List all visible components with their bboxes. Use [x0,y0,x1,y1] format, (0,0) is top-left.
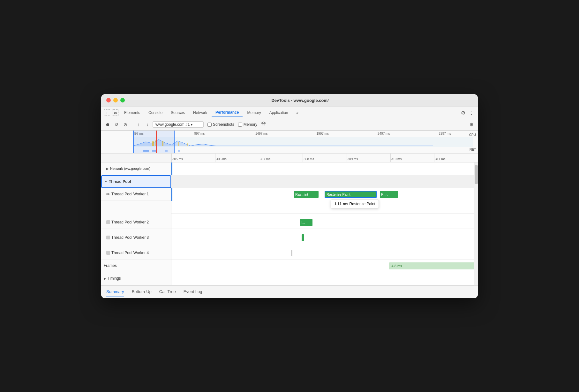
canvas-row-worker3 [171,231,478,244]
thread-pool-expand-icon[interactable]: ▼ [104,180,108,183]
canvas-row-worker2: I... [171,216,478,229]
download-button[interactable]: ↓ [144,121,151,128]
worker1-indicator [171,188,172,201]
tab-call-tree[interactable]: Call Tree [159,287,176,297]
window-title: DevTools - www.google.com/ [127,98,473,103]
ms-ruler: 305 ms 306 ms 307 ms 308 ms 309 ms 310 m… [171,154,478,162]
memory-label: Memory [244,122,257,127]
device-icon[interactable]: ▭ [112,109,118,116]
record-button[interactable]: ⏺ [104,121,111,128]
track-label-worker1: ✏ Thread Pool Worker 1 [101,188,171,201]
performance-toolbar: ⏺ ↺ ⊘ ↑ ↓ www.google.com #1 ▾ Screenshot… [101,119,478,131]
track-area: ▶ Network (ww.google.com) ▼ Thread Pool … [101,154,478,285]
worker3-icon [106,236,110,239]
main-tabs-bar: ⊹ ▭ Elements Console Sources Network Per… [101,107,478,119]
minimize-button[interactable] [113,98,118,102]
svg-rect-4 [187,143,188,146]
screenshots-checkbox-label[interactable]: Screenshots [207,122,234,127]
ms-tick-4: 309 ms [347,154,358,162]
track-labels: ▶ Network (ww.google.com) ▼ Thread Pool … [101,154,171,285]
ms-tick-5: 310 ms [390,154,402,162]
ms-tick-0: 305 ms [171,154,183,162]
bottom-tabs: Summary Bottom-Up Call Tree Event Log [101,285,478,298]
tab-elements[interactable]: Elements [120,109,144,117]
svg-rect-8 [178,150,180,152]
ms-tick-2: 307 ms [259,154,270,162]
canvas-tracks: Ras...int Rasterize Paint R...t [171,162,478,285]
ruler-tick-4: 2497 ms [378,132,390,135]
clear-button[interactable]: ⊘ [122,121,129,128]
url-selector[interactable]: www.google.com #1 ▾ [153,121,204,128]
memory-checkbox[interactable] [238,123,242,127]
ms-tick-1: 306 ms [215,154,227,162]
timeline-overview[interactable]: CPU NET 497 ms 997 ms 1497 ms 1997 ms 24… [101,131,478,154]
tab-network[interactable]: Network [189,109,211,117]
track-label-timings[interactable]: ▶ Timings [101,272,171,285]
canvas-row-worker4 [171,247,478,260]
tab-console[interactable]: Console [145,109,166,117]
selection-highlight [133,131,175,153]
screenshots-label: Screenshots [213,122,234,127]
network-label: Network (ww.google.com) [110,167,150,170]
net-chart [133,148,473,151]
url-selector-value: www.google.com #1 [155,122,190,127]
tab-summary[interactable]: Summary [106,287,124,297]
overview-ruler: 497 ms 997 ms 1497 ms 1997 ms 2497 ms 29… [133,132,473,137]
close-button[interactable] [106,98,111,102]
ruler-tick-5: 2997 ms [439,132,451,135]
cursor-icon[interactable]: ⊹ [104,109,110,116]
worker4-label: Thread Pool Worker 4 [111,251,149,255]
ruler-tick-2: 1497 ms [255,132,267,135]
worker1-spacer [101,201,171,216]
tab-memory[interactable]: Memory [243,109,265,117]
canvas-row-worker1: Ras...int Rasterize Paint R...t [171,188,478,214]
task-worker3[interactable] [302,234,304,241]
tab-performance[interactable]: Performance [212,108,243,117]
screenshots-checkbox[interactable] [207,123,212,127]
worker1-label: Thread Pool Worker 1 [111,192,149,196]
tab-application[interactable]: Application [266,109,292,117]
scrollbar-thumb[interactable] [475,165,478,184]
network-indicator [171,162,172,175]
settings-icon[interactable]: ⚙ [468,121,475,128]
track-label-network[interactable]: ▶ Network (ww.google.com) [101,162,171,175]
checkbox-group: Screenshots Memory 🏛 [207,122,266,127]
detail-area: ▶ Network (ww.google.com) ▼ Thread Pool … [101,154,478,285]
ruler-tick-3: 1997 ms [317,132,329,135]
track-label-worker3: Thread Pool Worker 3 [101,231,171,244]
tab-sources[interactable]: Sources [167,109,189,117]
devtools-settings-icon[interactable]: ⚙ [459,109,467,117]
vertical-scrollbar[interactable] [474,162,478,285]
frames-label: Frames [104,263,117,268]
track-label-thread-pool[interactable]: ▼ Thread Pool [101,175,171,188]
devtools-window: DevTools - www.google.com/ ⊹ ▭ Elements … [101,94,478,298]
task-rasterize-paint[interactable]: Rasterize Paint [325,191,377,198]
tab-event-log[interactable]: Event Log [184,287,202,297]
ruler-tick-1: 997 ms [194,132,205,135]
maximize-button[interactable] [120,98,125,102]
timings-expand-icon[interactable]: ▶ [104,277,106,280]
devtools-more-icon[interactable]: ⋮ [468,109,475,117]
canvas-row-frames: 4.8 ms [171,260,478,272]
frames-bar[interactable]: 4.8 ms [389,262,478,269]
cpu-chart-svg [133,137,473,147]
tab-more[interactable]: » [293,109,303,117]
task-ras-int[interactable]: Ras...int [294,191,319,198]
timeline-marker [156,131,157,153]
reload-button[interactable]: ↺ [113,121,120,128]
network-expand-icon[interactable]: ▶ [106,167,109,170]
upload-button[interactable]: ↑ [135,121,142,128]
memory-checkbox-label[interactable]: Memory [238,122,257,127]
pencil-icon[interactable]: ✏ [106,192,110,197]
camera-icon[interactable]: 🏛 [261,122,266,127]
tooltip-event-label: Rasterize Paint [350,202,375,206]
tab-bottom-up[interactable]: Bottom-Up [132,287,152,297]
task-rt[interactable]: R...t [380,191,398,198]
worker2-label: Thread Pool Worker 2 [111,220,149,224]
worker3-label: Thread Pool Worker 3 [111,235,149,240]
task-i[interactable]: I... [300,219,312,226]
ruler-header [101,154,171,162]
worker4-icon [106,251,110,255]
task-worker4[interactable] [291,250,292,256]
canvas-row-network [171,162,478,175]
